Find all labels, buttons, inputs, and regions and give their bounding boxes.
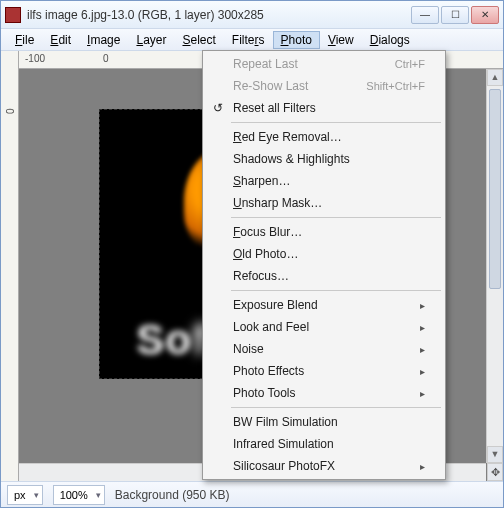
window-title: ilfs image 6.jpg-13.0 (RGB, 1 layer) 300… bbox=[27, 8, 411, 22]
menu-item-photo-effects[interactable]: Photo Effects▸ bbox=[205, 360, 443, 382]
menu-item-look-and-feel[interactable]: Look and Feel▸ bbox=[205, 316, 443, 338]
menu-item-shadows-highlights[interactable]: Shadows & Highlights bbox=[205, 148, 443, 170]
app-icon bbox=[5, 7, 21, 23]
unit-select[interactable]: px bbox=[7, 485, 43, 505]
menu-item-old-photo[interactable]: Old Photo… bbox=[205, 243, 443, 265]
minimize-button[interactable]: — bbox=[411, 6, 439, 24]
menu-item-photo-tools[interactable]: Photo Tools▸ bbox=[205, 382, 443, 404]
submenu-arrow-icon: ▸ bbox=[420, 388, 425, 399]
ruler-h-label-0: 0 bbox=[103, 53, 109, 64]
menu-item-sharpen[interactable]: Sharpen… bbox=[205, 170, 443, 192]
photo-dropdown-menu: Repeat LastCtrl+F Re-Show LastShift+Ctrl… bbox=[202, 50, 446, 480]
menu-separator bbox=[231, 407, 441, 408]
menu-item-red-eye[interactable]: Red Eye Removal… bbox=[205, 126, 443, 148]
menu-separator bbox=[231, 122, 441, 123]
close-button[interactable]: ✕ bbox=[471, 6, 499, 24]
zoom-select[interactable]: 100% bbox=[53, 485, 105, 505]
menu-item-bw-film[interactable]: BW Film Simulation bbox=[205, 411, 443, 433]
menu-item-silicosaur[interactable]: Silicosaur PhotoFX▸ bbox=[205, 455, 443, 477]
menu-file[interactable]: File bbox=[7, 31, 42, 49]
menu-layer[interactable]: Layer bbox=[128, 31, 174, 49]
submenu-arrow-icon: ▸ bbox=[420, 344, 425, 355]
menu-dialogs[interactable]: Dialogs bbox=[362, 31, 418, 49]
reset-icon: ↺ bbox=[210, 100, 226, 116]
menu-item-noise[interactable]: Noise▸ bbox=[205, 338, 443, 360]
ruler-v-label-0: 0 bbox=[5, 101, 15, 121]
maximize-button[interactable]: ☐ bbox=[441, 6, 469, 24]
menu-filters[interactable]: Filters bbox=[224, 31, 273, 49]
scrollbar-thumb[interactable] bbox=[489, 89, 501, 289]
menu-item-exposure-blend[interactable]: Exposure Blend▸ bbox=[205, 294, 443, 316]
titlebar[interactable]: ilfs image 6.jpg-13.0 (RGB, 1 layer) 300… bbox=[1, 1, 503, 29]
menu-item-refocus[interactable]: Refocus… bbox=[205, 265, 443, 287]
scrollbar-vertical[interactable]: ▲ ▼ ✥ bbox=[486, 69, 503, 463]
menu-item-focus-blur[interactable]: Focus Blur… bbox=[205, 221, 443, 243]
menubar: File Edit Image Layer Select Filters Pho… bbox=[1, 29, 503, 51]
menu-item-reset-filters[interactable]: ↺ Reset all Filters bbox=[205, 97, 443, 119]
menu-item-unsharp-mask[interactable]: Unsharp Mask… bbox=[205, 192, 443, 214]
menu-select[interactable]: Select bbox=[174, 31, 223, 49]
menu-photo[interactable]: Photo bbox=[273, 31, 320, 49]
navigation-icon[interactable]: ✥ bbox=[487, 463, 503, 481]
menu-item-repeat-last: Repeat LastCtrl+F bbox=[205, 53, 443, 75]
menu-edit[interactable]: Edit bbox=[42, 31, 79, 49]
menu-separator bbox=[231, 290, 441, 291]
scroll-up-icon[interactable]: ▲ bbox=[487, 69, 503, 86]
scroll-down-icon[interactable]: ▼ bbox=[487, 446, 503, 463]
menu-separator bbox=[231, 217, 441, 218]
menu-item-reshow-last: Re-Show LastShift+Ctrl+F bbox=[205, 75, 443, 97]
submenu-arrow-icon: ▸ bbox=[420, 300, 425, 311]
ruler-vertical: 0 bbox=[1, 51, 19, 481]
submenu-arrow-icon: ▸ bbox=[420, 461, 425, 472]
submenu-arrow-icon: ▸ bbox=[420, 322, 425, 333]
submenu-arrow-icon: ▸ bbox=[420, 366, 425, 377]
menu-image[interactable]: Image bbox=[79, 31, 128, 49]
status-text: Background (950 KB) bbox=[115, 488, 497, 502]
menu-view[interactable]: View bbox=[320, 31, 362, 49]
ruler-h-label-m100: -100 bbox=[25, 53, 45, 64]
menu-item-infrared[interactable]: Infrared Simulation bbox=[205, 433, 443, 455]
statusbar: px 100% Background (950 KB) bbox=[1, 481, 503, 507]
